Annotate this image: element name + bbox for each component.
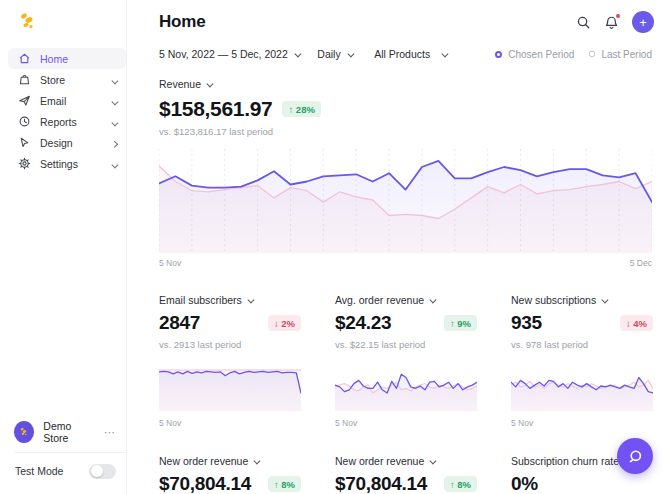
email-subscribers-chart[interactable] <box>159 361 301 411</box>
kpi-metric-dropdown[interactable]: Email subscribers <box>159 294 301 306</box>
sidebar-item-label: Email <box>40 95 66 107</box>
test-mode-label: Test Mode <box>15 465 63 477</box>
chevron-down-icon <box>442 50 448 56</box>
chevron-down-icon <box>112 116 117 128</box>
kpi-metric-dropdown[interactable]: New subscriptions <box>511 294 653 306</box>
date-range-dropdown[interactable]: 5 Nov, 2022 — 5 Dec, 2022 <box>159 48 299 60</box>
chevron-down-icon <box>602 296 608 302</box>
cursor-icon <box>18 136 31 149</box>
revenue-metric-dropdown[interactable]: Revenue <box>159 78 652 90</box>
chosen-period-ring-icon <box>495 51 502 58</box>
sidebar-item-store[interactable]: Store <box>0 69 126 90</box>
kpi-value: $70,804.14 <box>159 473 251 494</box>
sidebar-item-label: Design <box>40 137 73 149</box>
axis-start-label: 5 Nov <box>511 418 653 428</box>
kpi-comparison: vs. 2913 last period <box>159 339 301 350</box>
page-header: Home + <box>128 0 672 33</box>
legend-last-period[interactable]: Last Period <box>589 49 652 60</box>
chevron-down-icon <box>112 158 117 170</box>
kpi-change-badge: ↑ 9% <box>444 315 477 331</box>
sidebar-nav: Home Store Email Reports <box>0 48 126 174</box>
test-mode-toggle[interactable] <box>89 464 116 479</box>
chevron-right-icon <box>112 137 117 149</box>
avg-order-revenue-chart[interactable] <box>335 361 477 411</box>
kpi-comparison: vs. $22.15 last period <box>335 339 477 350</box>
kpi-card-new-order-revenue-2: New order revenue $70,804.14 ↑ 8% <box>335 455 477 494</box>
store-avatar <box>14 421 34 443</box>
notifications-bell-icon[interactable] <box>604 15 619 30</box>
revenue-trend-chart[interactable] <box>159 147 652 253</box>
kpi-row: Email subscribers 2847 ↓ 2% vs. 2913 las… <box>128 268 672 428</box>
revenue-value: $158,561.97 <box>159 97 272 121</box>
chevron-down-icon <box>347 50 353 56</box>
kpi-card-new-order-revenue-1: New order revenue $70,804.14 ↑ 8% <box>159 455 301 494</box>
kpi-value: $70,804.14 <box>335 473 427 494</box>
page-title: Home <box>159 12 205 32</box>
sidebar-item-home[interactable]: Home <box>8 48 126 69</box>
kpi-comparison: vs. 978 last period <box>511 339 653 350</box>
kpi-change-badge: ↑ 8% <box>444 476 477 492</box>
kpi-card-avg-order-revenue: Avg. order revenue $24.23 ↑ 9% vs. $22.1… <box>335 294 477 428</box>
store-bag-icon <box>18 73 31 86</box>
filter-bar: 5 Nov, 2022 — 5 Dec, 2022 Daily All Prod… <box>128 33 672 60</box>
revenue-comparison: vs. $123,816.17 last period <box>159 126 652 137</box>
home-icon <box>18 52 31 65</box>
clock-icon <box>18 115 31 128</box>
store-switcher[interactable]: Demo Store ⋯ <box>14 420 120 444</box>
axis-start-label: 5 Nov <box>335 418 477 428</box>
app-logo-icon[interactable] <box>15 9 41 35</box>
axis-start-label: 5 Nov <box>159 418 301 428</box>
chevron-down-icon <box>295 50 301 56</box>
sidebar-divider <box>14 452 126 453</box>
chat-widget-button[interactable] <box>617 438 653 474</box>
products-dropdown[interactable]: All Products <box>374 48 447 60</box>
sidebar-item-label: Store <box>40 74 65 86</box>
sidebar-item-reports[interactable]: Reports <box>0 111 126 132</box>
sidebar-item-email[interactable]: Email <box>0 90 126 111</box>
sidebar-item-label: Home <box>40 53 68 65</box>
sidebar-item-design[interactable]: Design <box>0 132 126 153</box>
store-name: Demo Store <box>43 420 95 444</box>
chevron-down-icon <box>430 296 436 302</box>
kpi-value: $24.23 <box>335 312 391 334</box>
bottom-kpi-row: New order revenue $70,804.14 ↑ 8% New or… <box>128 428 672 494</box>
chevron-down-icon <box>112 74 117 86</box>
kpi-metric-dropdown[interactable]: New order revenue <box>159 455 301 467</box>
chevron-down-icon <box>248 296 254 302</box>
search-icon[interactable] <box>576 15 591 30</box>
toggle-knob <box>91 465 103 477</box>
sidebar: Home Store Email Reports <box>0 0 127 494</box>
axis-start-label: 5 Nov <box>159 258 181 268</box>
sidebar-item-settings[interactable]: Settings <box>0 153 126 174</box>
kpi-change-badge: ↓ 2% <box>268 315 301 331</box>
axis-end-label: 5 Dec <box>630 258 652 268</box>
kpi-change-badge: ↑ 8% <box>268 476 301 492</box>
kpi-metric-dropdown[interactable]: New order revenue <box>335 455 477 467</box>
kpi-change-badge: ↓ 4% <box>620 315 653 331</box>
chevron-down-icon <box>254 457 260 463</box>
legend-chosen-period[interactable]: Chosen Period <box>495 49 574 60</box>
notification-dot <box>616 14 621 19</box>
kpi-value: 935 <box>511 312 542 334</box>
revenue-card: Revenue $158,561.97 ↑ 28% vs. $123,816.1… <box>128 60 672 137</box>
new-subscriptions-chart[interactable] <box>511 361 653 411</box>
chevron-down-icon <box>112 95 117 107</box>
kpi-card-email-subscribers: Email subscribers 2847 ↓ 2% vs. 2913 las… <box>159 294 301 428</box>
sidebar-item-label: Settings <box>40 158 78 170</box>
revenue-chart-axis: 5 Nov 5 Dec <box>159 258 652 268</box>
last-period-square-icon <box>589 51 595 57</box>
store-options-icon[interactable]: ⋯ <box>104 426 120 439</box>
gear-icon <box>18 157 31 170</box>
main-content: Home + 5 Nov, 2022 — 5 Dec, 2022 Daily A… <box>128 0 672 494</box>
kpi-value: 2847 <box>159 312 200 334</box>
send-plane-icon <box>18 94 31 107</box>
kpi-card-new-subscriptions: New subscriptions 935 ↓ 4% vs. 978 last … <box>511 294 653 428</box>
chevron-down-icon <box>430 457 436 463</box>
sidebar-item-label: Reports <box>40 116 77 128</box>
create-new-button[interactable]: + <box>632 11 654 33</box>
interval-dropdown[interactable]: Daily <box>317 48 352 60</box>
kpi-value: 0% <box>511 473 538 494</box>
revenue-change-badge: ↑ 28% <box>282 101 320 117</box>
kpi-metric-dropdown[interactable]: Avg. order revenue <box>335 294 477 306</box>
chevron-down-icon <box>207 80 213 86</box>
